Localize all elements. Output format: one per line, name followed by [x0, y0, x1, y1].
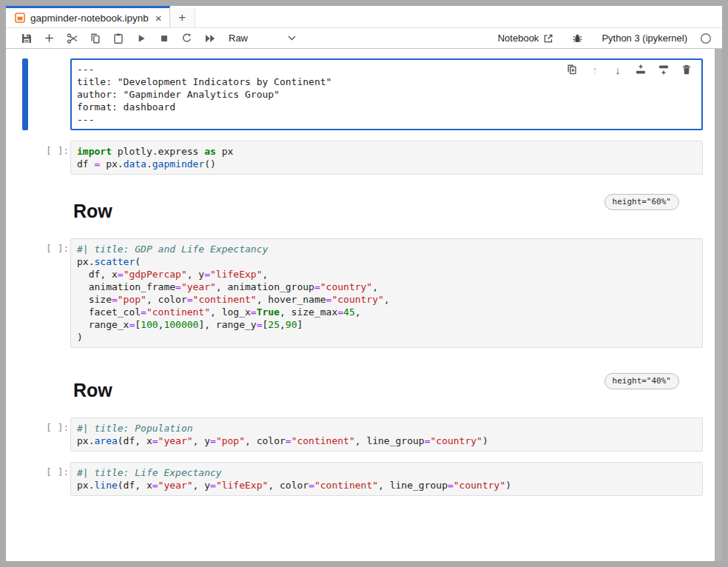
cell-collapser[interactable] [22, 141, 28, 175]
cell-prompt: [ ]: [46, 417, 70, 452]
cell-prompt [46, 379, 70, 401]
paste-cell-icon[interactable] [107, 30, 129, 47]
restart-kernel-icon[interactable] [175, 30, 198, 47]
cell-list: ---title: "Development Indicators by Con… [22, 58, 703, 506]
move-up-icon[interactable]: ↑ [587, 62, 602, 77]
code-cell: [ ]:#| title: GDP and Life Expectancypx.… [22, 238, 703, 348]
new-tab-button[interactable]: + [170, 8, 195, 27]
code-cell-editor[interactable]: #| title: Populationpx.area(df, x="year"… [70, 417, 703, 452]
cell-prompt [46, 200, 70, 222]
insert-above-icon[interactable] [633, 62, 648, 77]
markdown-cell-content[interactable]: Row [70, 379, 112, 401]
copy-cell-icon[interactable] [84, 30, 107, 47]
save-icon[interactable] [15, 30, 38, 47]
notebook-file-icon [15, 13, 25, 23]
code-cell: [ ]:#| title: Life Expectancypx.line(df,… [22, 462, 703, 496]
chevron-down-icon [288, 36, 296, 41]
delete-icon[interactable] [679, 62, 694, 77]
cell-collapser[interactable] [22, 200, 28, 222]
cell-collapser[interactable] [22, 379, 28, 401]
close-tab-icon[interactable]: × [155, 13, 162, 24]
cell-type-dropdown[interactable]: Raw [229, 33, 296, 44]
cell-collapser[interactable] [22, 238, 28, 348]
cell-collapser[interactable] [22, 417, 28, 452]
kernel-status-icon [700, 33, 712, 44]
run-icon[interactable] [129, 30, 152, 47]
insert-below-icon[interactable] [656, 62, 671, 77]
notebook-menu-label: Notebook [498, 33, 539, 44]
raw-cell: ---title: "Development Indicators by Con… [22, 58, 703, 130]
external-link-icon [543, 33, 553, 44]
tab-title: gapminder-notebook.ipynb [30, 13, 149, 24]
notebook-toolbar: Raw Notebook Python 3 (ipykernel) [6, 28, 722, 49]
cell-collapser[interactable] [22, 58, 28, 130]
debugger-bug-icon[interactable] [566, 30, 589, 47]
cell-prompt [46, 58, 70, 130]
cut-cell-icon[interactable] [61, 30, 84, 47]
vertical-scrollbar[interactable] [715, 49, 722, 561]
cell-prompt: [ ]: [46, 141, 70, 175]
cell-height-badge: height="60%" [604, 194, 679, 210]
duplicate-icon[interactable] [564, 62, 579, 77]
cell-toolbar: ↑↓ [564, 62, 694, 77]
add-cell-icon[interactable] [38, 30, 61, 47]
cell-prompt: [ ]: [46, 238, 70, 348]
kernel-name[interactable]: Python 3 (ipykernel) [601, 33, 687, 44]
code-cell: [ ]:import plotly.express as pxdf = px.d… [22, 141, 703, 175]
notebook-content: ---title: "Development Indicators by Con… [6, 49, 722, 561]
tab-bar: gapminder-notebook.ipynb × + [6, 6, 722, 28]
tab-gapminder-notebook[interactable]: gapminder-notebook.ipynb × [6, 6, 170, 27]
markdown-cell: Rowheight="40%" [22, 373, 703, 407]
notebook-menu[interactable]: Notebook [498, 33, 554, 44]
code-cell-editor[interactable]: import plotly.express as pxdf = px.data.… [70, 141, 703, 175]
run-all-icon[interactable] [198, 30, 221, 47]
markdown-cell: Rowheight="60%" [22, 194, 703, 228]
stop-icon[interactable] [152, 30, 175, 47]
cell-collapser[interactable] [22, 462, 28, 496]
cell-prompt: [ ]: [46, 462, 70, 496]
toolbar-right: Notebook Python 3 (ipykernel) [498, 30, 712, 47]
move-down-icon[interactable]: ↓ [610, 62, 625, 77]
markdown-cell-content[interactable]: Row [70, 200, 112, 222]
code-cell: [ ]:#| title: Populationpx.area(df, x="y… [22, 417, 703, 452]
code-cell-editor[interactable]: #| title: Life Expectancypx.line(df, x="… [70, 462, 703, 496]
row-heading: Row [70, 379, 112, 401]
code-cell-editor[interactable]: #| title: GDP and Life Expectancypx.scat… [70, 238, 703, 348]
row-heading: Row [70, 200, 112, 222]
cell-type-selected: Raw [229, 33, 260, 44]
cell-height-badge: height="40%" [604, 373, 679, 389]
notebook-window: gapminder-notebook.ipynb × + [6, 6, 722, 561]
